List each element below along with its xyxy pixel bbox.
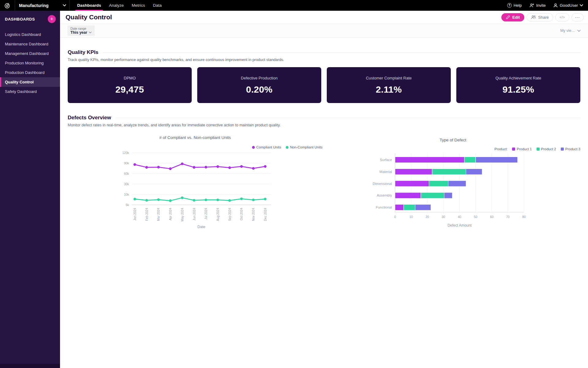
kpi-label: DPMO bbox=[124, 76, 136, 80]
sidebar-item-logistics-dashboard[interactable]: Logistics Dashboard bbox=[0, 30, 60, 39]
sidebar-item-maintenance-dashboard[interactable]: Maintenance Dashboard bbox=[0, 39, 60, 49]
chevron-down-icon bbox=[63, 4, 66, 6]
nav-tab-analyze[interactable]: Analyze bbox=[105, 0, 128, 11]
saved-views-label: My vie… bbox=[560, 29, 575, 33]
svg-text:70: 70 bbox=[506, 215, 510, 219]
sidebar-item-safety-dashboard[interactable]: Safety Dashboard bbox=[0, 87, 60, 96]
kpi-card-defective-production: Defective Production0.20% bbox=[197, 67, 321, 103]
legend-item-product-2[interactable]: Product 2 bbox=[537, 147, 556, 151]
user-menu[interactable]: GoodUser bbox=[553, 3, 583, 8]
share-button[interactable]: Share bbox=[526, 13, 553, 21]
page-title: Quality Control bbox=[66, 13, 112, 21]
kpi-card-quality-achievement-rate: Quality Achievement Rate91.25% bbox=[456, 67, 580, 103]
sidebar-items: Logistics DashboardMaintenance Dashboard… bbox=[0, 30, 60, 96]
charts-row: # of Compliant vs. Non-compliant Units C… bbox=[68, 135, 580, 234]
top-nav: DashboardsAnalyzeMetricsData bbox=[73, 0, 166, 11]
section-rule bbox=[103, 52, 580, 53]
svg-text:60k: 60k bbox=[124, 172, 129, 175]
embed-button[interactable]: </> bbox=[555, 13, 569, 21]
svg-text:0: 0 bbox=[394, 215, 396, 219]
main: Quality Control Edit Share </> ··· Date … bbox=[60, 11, 588, 368]
svg-text:Aug 2024: Aug 2024 bbox=[216, 208, 220, 221]
share-people-icon bbox=[531, 15, 536, 20]
legend-text: Compliant Units bbox=[256, 145, 281, 149]
sidebar-item-quality-control[interactable]: Quality Control bbox=[0, 77, 60, 87]
svg-text:Feb 2024: Feb 2024 bbox=[145, 208, 149, 221]
legend-text: Product 3 bbox=[565, 147, 580, 151]
svg-text:Dimensional: Dimensional bbox=[373, 182, 392, 186]
kpi-row: DPMO29,475Defective Production0.20%Custo… bbox=[68, 67, 580, 103]
svg-text:Jun 2024: Jun 2024 bbox=[193, 208, 196, 221]
legend-item-product-1[interactable]: Product 1 bbox=[512, 147, 532, 151]
svg-text:40: 40 bbox=[458, 215, 462, 219]
svg-text:Functional: Functional bbox=[376, 205, 392, 209]
svg-text:90k: 90k bbox=[124, 162, 129, 165]
svg-text:5k: 5k bbox=[126, 203, 129, 207]
nav-tab-metrics[interactable]: Metrics bbox=[128, 0, 149, 11]
svg-text:Apr 2024: Apr 2024 bbox=[169, 208, 172, 220]
saved-views-selector[interactable]: My vie… bbox=[560, 29, 581, 33]
help-label: Help bbox=[514, 3, 522, 8]
user-icon bbox=[553, 3, 558, 8]
svg-text:Assembly: Assembly bbox=[377, 194, 392, 197]
legend-item-product-3[interactable]: Product 3 bbox=[561, 147, 580, 151]
line-chart-legend: Compliant UnitsNon-Compliant Units bbox=[68, 145, 322, 149]
legend-swatch bbox=[286, 146, 288, 149]
page-actions: Edit Share </> ··· bbox=[501, 13, 584, 21]
legend-item-compliant-units[interactable]: Compliant Units bbox=[252, 145, 281, 149]
svg-text:120k: 120k bbox=[122, 151, 129, 155]
chevron-down-icon bbox=[89, 32, 92, 33]
legend-swatch bbox=[252, 146, 255, 149]
nav-tab-data[interactable]: Data bbox=[149, 0, 166, 11]
svg-text:Oct 2024: Oct 2024 bbox=[240, 208, 243, 220]
share-label: Share bbox=[538, 15, 549, 20]
svg-text:Defect Amount: Defect Amount bbox=[447, 223, 472, 228]
svg-text:Material: Material bbox=[379, 170, 392, 174]
chevron-down-icon bbox=[577, 30, 581, 32]
svg-text:Date: Date bbox=[198, 225, 205, 229]
svg-text:Jan 2024: Jan 2024 bbox=[133, 208, 137, 221]
legend-series-label: Product: bbox=[494, 147, 507, 151]
nav-tab-dashboards[interactable]: Dashboards bbox=[73, 0, 105, 11]
kpi-card-dpmo: DPMO29,475 bbox=[68, 67, 192, 103]
kpi-label: Customer Complaint Rate bbox=[366, 76, 412, 80]
sidebar-item-management-dashboard[interactable]: Management Dashboard bbox=[0, 49, 60, 58]
edit-label: Edit bbox=[512, 15, 520, 20]
section-title: Quality KPIs bbox=[68, 49, 98, 56]
date-range-filter[interactable]: Date range This year bbox=[67, 25, 95, 36]
more-options-button[interactable]: ··· bbox=[571, 13, 584, 21]
svg-text:Nov 2024: Nov 2024 bbox=[252, 208, 255, 221]
sidebar-header: DASHBOARDS + bbox=[0, 11, 60, 27]
help-icon: ? bbox=[507, 3, 512, 8]
section-subtitle: Track quality KPIs, monitor performance … bbox=[68, 58, 580, 62]
chart-title: # of Compliant vs. Non-compliant Units bbox=[68, 135, 322, 140]
section-defects-overview: Defects Overview bbox=[68, 115, 580, 121]
kpi-label: Quality Achievement Rate bbox=[496, 76, 541, 80]
legend-text: Non-Compliant Units bbox=[290, 145, 322, 149]
filter-bar: Date range This year My vie… bbox=[60, 24, 588, 38]
help-menu[interactable]: ? Help bbox=[507, 3, 522, 8]
sidebar-item-production-monitoring[interactable]: Production Monitoring bbox=[0, 58, 60, 68]
title-row: Quality Control Edit Share </> ··· bbox=[60, 11, 588, 24]
kpi-label: Defective Production bbox=[241, 76, 278, 80]
topbar: Manufacturing DashboardsAnalyzeMetricsDa… bbox=[0, 0, 588, 11]
svg-text:Dec 2024: Dec 2024 bbox=[264, 208, 267, 221]
kpi-card-customer-complaint-rate: Customer Complaint Rate2.11% bbox=[327, 67, 451, 103]
chart-title: Type of Defect bbox=[326, 138, 580, 142]
svg-text:Surface: Surface bbox=[380, 158, 392, 162]
add-dashboard-button[interactable]: + bbox=[48, 15, 56, 23]
user-label: GoodUser bbox=[560, 3, 578, 8]
dashboard-content: Quality KPIs Track quality KPIs, monitor… bbox=[60, 38, 588, 368]
chevron-down-icon bbox=[580, 4, 583, 6]
section-title: Defects Overview bbox=[68, 115, 111, 121]
legend-swatch bbox=[512, 148, 515, 151]
sidebar-item-production-dashboard[interactable]: Production Dashboard bbox=[0, 68, 60, 77]
legend-swatch bbox=[561, 148, 564, 151]
workspace-selector[interactable]: Manufacturing bbox=[15, 0, 70, 11]
legend-item-non-compliant-units[interactable]: Non-Compliant Units bbox=[286, 145, 322, 149]
invite-button[interactable]: Invite bbox=[529, 3, 546, 8]
svg-text:60: 60 bbox=[490, 215, 494, 219]
pencil-icon bbox=[506, 15, 510, 19]
svg-text:30: 30 bbox=[442, 215, 445, 219]
edit-button[interactable]: Edit bbox=[501, 13, 525, 21]
